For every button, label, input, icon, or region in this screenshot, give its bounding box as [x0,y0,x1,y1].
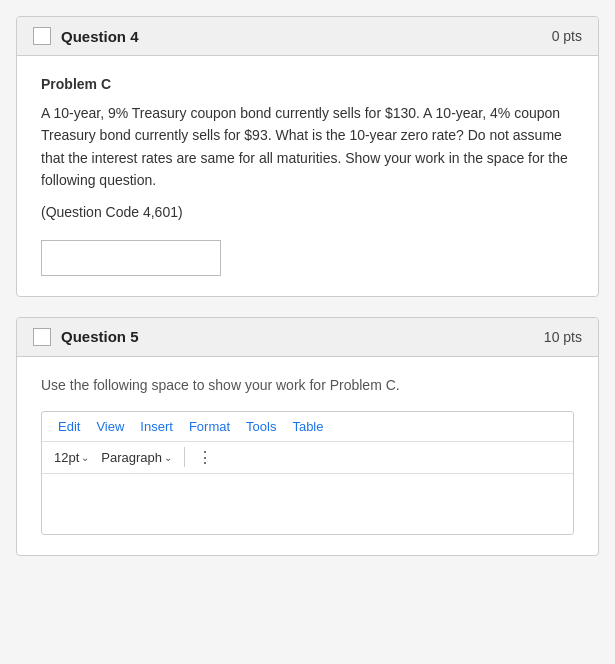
font-size-selector[interactable]: 12pt ⌄ [50,448,93,467]
menu-view[interactable]: View [88,416,132,437]
question-5-body: Use the following space to show your wor… [17,357,598,555]
editor-toolbar: Edit View Insert Format Tools Table 12pt… [41,411,574,535]
question-5-checkbox[interactable] [33,328,51,346]
question-5-pts: 10 pts [544,329,582,345]
question-5-title: Question 5 [61,328,139,345]
menu-table[interactable]: Table [284,416,331,437]
font-size-value: 12pt [54,450,79,465]
problem-c-text: A 10-year, 9% Treasury coupon bond curre… [41,102,574,192]
problem-c-label: Problem C [41,76,574,92]
space-instruction-text: Use the following space to show your wor… [41,377,574,393]
question-4-block: Question 4 0 pts Problem C A 10-year, 9%… [16,16,599,297]
question-code: (Question Code 4,601) [41,204,574,220]
question-5-block: Question 5 10 pts Use the following spac… [16,317,599,556]
question-5-header: Question 5 10 pts [17,318,598,357]
format-bar-divider [184,447,185,467]
menu-insert[interactable]: Insert [132,416,181,437]
answer-input[interactable] [41,240,221,276]
question-5-header-left: Question 5 [33,328,139,346]
menu-tools[interactable]: Tools [238,416,284,437]
paragraph-selector[interactable]: Paragraph ⌄ [97,448,176,467]
question-4-pts: 0 pts [552,28,582,44]
question-4-body: Problem C A 10-year, 9% Treasury coupon … [17,56,598,296]
menu-edit[interactable]: Edit [50,416,88,437]
more-options-icon[interactable]: ⋮ [193,446,218,469]
editor-format-bar: 12pt ⌄ Paragraph ⌄ ⋮ [42,442,573,474]
question-4-checkbox[interactable] [33,27,51,45]
menu-format[interactable]: Format [181,416,238,437]
question-4-header: Question 4 0 pts [17,17,598,56]
paragraph-chevron-icon: ⌄ [164,452,172,463]
question-4-title: Question 4 [61,28,139,45]
editor-menu-bar: Edit View Insert Format Tools Table [42,412,573,442]
question-4-header-left: Question 4 [33,27,139,45]
font-size-chevron-icon: ⌄ [81,452,89,463]
editor-content-area[interactable] [42,474,573,534]
paragraph-value: Paragraph [101,450,162,465]
